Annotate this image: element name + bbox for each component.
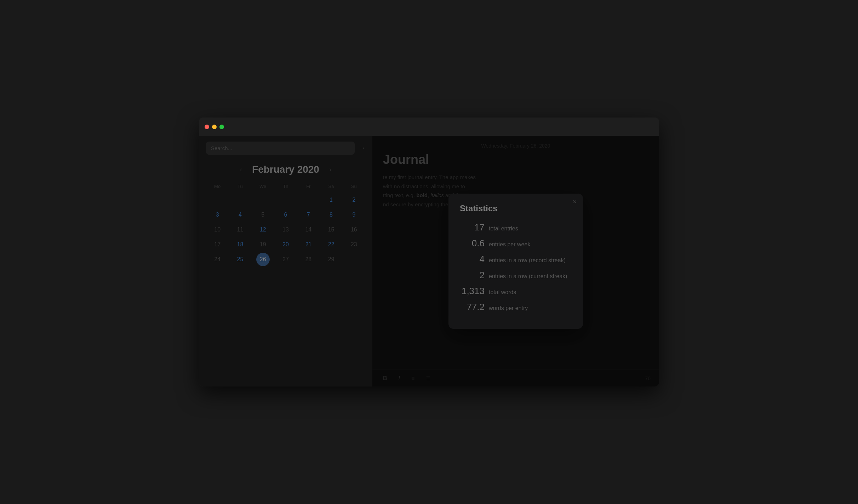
- stat-value: 77.2: [460, 302, 485, 313]
- calendar-day[interactable]: 2: [347, 193, 361, 207]
- calendar-weekdays: MoTuWeThFrSaSu: [206, 182, 365, 190]
- statistics-modal: × Statistics 17total entries0.6entries p…: [448, 194, 583, 329]
- calendar-day[interactable]: 17: [211, 238, 224, 251]
- calendar-weekday: Su: [343, 182, 365, 190]
- prev-month-button[interactable]: ‹: [237, 165, 245, 175]
- stat-value: 1,313: [460, 286, 485, 297]
- calendar-day[interactable]: 9: [347, 208, 361, 222]
- calendar-day: [211, 193, 224, 207]
- calendar-day[interactable]: 7: [302, 208, 315, 222]
- calendar-day[interactable]: 22: [325, 238, 338, 251]
- calendar-month-year: February 2020: [252, 164, 319, 175]
- calendar-day[interactable]: 1: [325, 193, 338, 207]
- stat-value: 17: [460, 222, 485, 233]
- stat-row: 1,313total words: [460, 286, 572, 297]
- stats-container: 17total entries0.6entries per week4entri…: [460, 222, 572, 313]
- modal-close-button[interactable]: ×: [573, 199, 577, 205]
- app-window: → ‹ February 2020 › MoTuWeThFrSaSu 12345…: [199, 118, 659, 386]
- content-area: → ‹ February 2020 › MoTuWeThFrSaSu 12345…: [199, 136, 659, 386]
- stat-label: total entries: [489, 225, 518, 232]
- next-month-button[interactable]: ›: [326, 165, 334, 175]
- calendar-day[interactable]: 28: [302, 253, 315, 266]
- stat-value: 4: [460, 254, 485, 265]
- maximize-button[interactable]: [219, 125, 224, 129]
- minimize-button[interactable]: [212, 125, 217, 129]
- calendar-day[interactable]: 15: [325, 223, 338, 236]
- calendar-day: [302, 193, 315, 207]
- search-area: →: [199, 136, 372, 160]
- calendar-day: [233, 193, 247, 207]
- close-button[interactable]: [205, 125, 209, 129]
- calendar-weekday: We: [252, 182, 274, 190]
- calendar-weekday: Mo: [206, 182, 229, 190]
- calendar-day[interactable]: 27: [279, 253, 292, 266]
- calendar-day[interactable]: 8: [325, 208, 338, 222]
- calendar-day[interactable]: 13: [279, 223, 292, 236]
- calendar-day[interactable]: 6: [279, 208, 292, 222]
- traffic-lights: [205, 125, 224, 129]
- stat-row: 17total entries: [460, 222, 572, 233]
- calendar-day[interactable]: 18: [233, 238, 247, 251]
- search-arrow-button[interactable]: →: [359, 144, 365, 152]
- title-bar: [199, 118, 659, 136]
- stat-row: 2entries in a row (current streak): [460, 270, 572, 281]
- calendar-day: [256, 193, 270, 207]
- stat-label: entries in a row (current streak): [489, 273, 567, 280]
- calendar-day[interactable]: 12: [256, 223, 270, 236]
- stat-label: words per entry: [489, 305, 528, 311]
- sidebar: → ‹ February 2020 › MoTuWeThFrSaSu 12345…: [199, 136, 372, 386]
- stat-label: total words: [489, 289, 516, 296]
- calendar-day[interactable]: 3: [211, 208, 224, 222]
- calendar-day[interactable]: 23: [347, 238, 361, 251]
- calendar-weekday: Tu: [229, 182, 251, 190]
- calendar-day: [279, 193, 292, 207]
- stat-row: 4entries in a row (record streak): [460, 254, 572, 265]
- calendar-day[interactable]: 14: [302, 223, 315, 236]
- calendar-day[interactable]: 21: [302, 238, 315, 251]
- calendar-day[interactable]: 25: [233, 253, 247, 266]
- calendar-day[interactable]: 29: [325, 253, 338, 266]
- calendar-header: ‹ February 2020 ›: [206, 164, 365, 175]
- calendar-day[interactable]: 10: [211, 223, 224, 236]
- calendar-day[interactable]: 5: [256, 208, 270, 222]
- calendar-day[interactable]: 4: [233, 208, 247, 222]
- calendar-day[interactable]: 19: [256, 238, 270, 251]
- stat-value: 0.6: [460, 238, 485, 249]
- calendar-day[interactable]: 24: [211, 253, 224, 266]
- calendar: ‹ February 2020 › MoTuWeThFrSaSu 1234567…: [199, 160, 372, 273]
- calendar-weekday: Sa: [320, 182, 342, 190]
- main-content: Wednesday, February 26, 2020 Journal te …: [372, 136, 659, 386]
- calendar-day[interactable]: 11: [233, 223, 247, 236]
- search-input[interactable]: [206, 142, 355, 155]
- calendar-weekday: Fr: [297, 182, 320, 190]
- stat-row: 0.6entries per week: [460, 238, 572, 249]
- stat-value: 2: [460, 270, 485, 281]
- stat-label: entries in a row (record streak): [489, 257, 566, 264]
- calendar-weekday: Th: [274, 182, 297, 190]
- calendar-day[interactable]: 26: [256, 253, 270, 266]
- modal-overlay: × Statistics 17total entries0.6entries p…: [372, 136, 659, 386]
- modal-title: Statistics: [460, 204, 572, 213]
- calendar-days: 1234567891011121314151617181920212223242…: [206, 193, 365, 266]
- calendar-day[interactable]: 16: [347, 223, 361, 236]
- calendar-day[interactable]: 20: [279, 238, 292, 251]
- stat-label: entries per week: [489, 241, 530, 248]
- stat-row: 77.2words per entry: [460, 302, 572, 313]
